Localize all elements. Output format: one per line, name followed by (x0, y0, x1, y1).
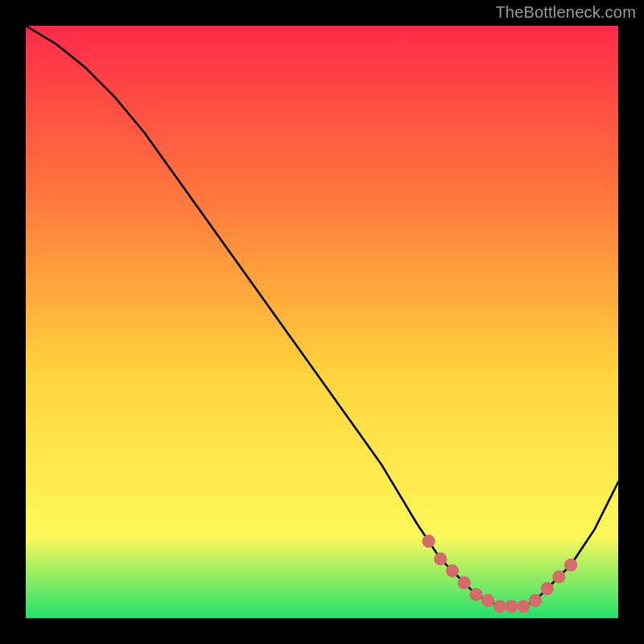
optimal-dot (434, 552, 447, 565)
optimal-dot (505, 600, 518, 613)
watermark-label: TheBottleneck.com (495, 3, 636, 22)
optimal-dot (517, 600, 530, 613)
bottleneck-chart (26, 26, 618, 618)
optimal-dot (529, 594, 542, 607)
optimal-dot (458, 576, 471, 589)
gradient-background (26, 26, 618, 618)
optimal-dot (446, 564, 459, 577)
optimal-dot (541, 582, 554, 595)
chart-frame: TheBottleneck.com (0, 0, 644, 644)
optimal-dot (564, 559, 577, 572)
optimal-dot (469, 588, 482, 601)
optimal-dot (481, 594, 494, 607)
optimal-dot (552, 570, 565, 583)
optimal-dot (493, 600, 506, 613)
optimal-dot (422, 535, 435, 547)
